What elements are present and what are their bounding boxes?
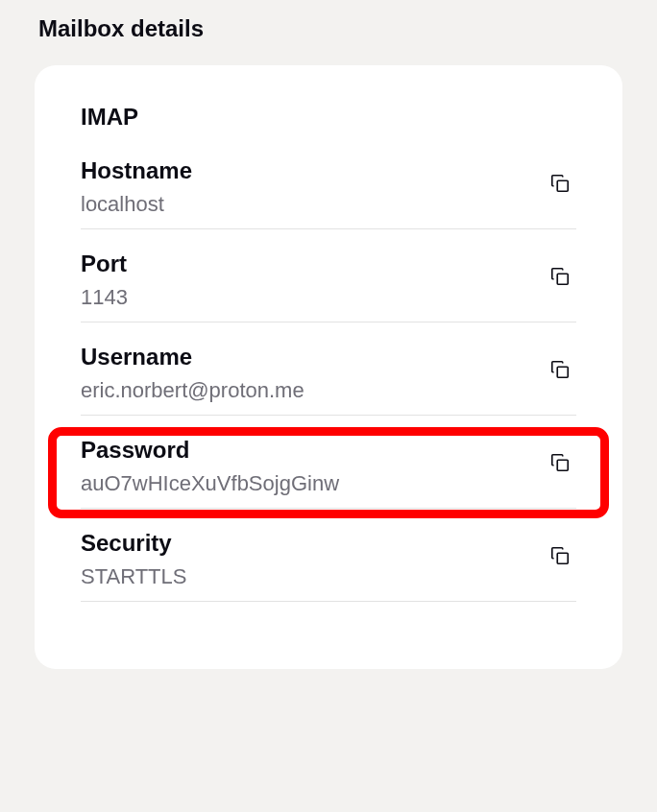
username-value: eric.norbert@proton.me bbox=[81, 378, 544, 403]
copy-hostname-button[interactable] bbox=[544, 167, 576, 203]
port-field: Port 1143 bbox=[81, 251, 576, 322]
security-field: Security STARTTLS bbox=[81, 530, 576, 602]
copy-icon bbox=[549, 173, 571, 197]
username-field: Username eric.norbert@proton.me bbox=[81, 344, 576, 416]
hostname-value: localhost bbox=[81, 192, 544, 217]
hostname-label: Hostname bbox=[81, 157, 544, 184]
password-label: Password bbox=[81, 437, 544, 464]
security-label: Security bbox=[81, 530, 544, 557]
hostname-field: Hostname localhost bbox=[81, 157, 576, 229]
svg-rect-2 bbox=[557, 367, 568, 377]
username-label: Username bbox=[81, 344, 544, 370]
security-value: STARTTLS bbox=[81, 564, 544, 589]
copy-icon bbox=[549, 452, 571, 476]
password-field: Password auO7wHIceXuVfbSojgGinw bbox=[81, 437, 576, 509]
port-label: Port bbox=[81, 251, 544, 277]
password-highlight: Password auO7wHIceXuVfbSojgGinw bbox=[81, 427, 576, 518]
copy-security-button[interactable] bbox=[544, 539, 576, 575]
imap-card: IMAP Hostname localhost Port 1143 bbox=[35, 65, 622, 669]
copy-icon bbox=[549, 266, 571, 290]
password-value: auO7wHIceXuVfbSojgGinw bbox=[81, 471, 544, 496]
copy-username-button[interactable] bbox=[544, 353, 576, 389]
svg-rect-3 bbox=[557, 460, 568, 470]
copy-icon bbox=[549, 359, 571, 383]
svg-rect-1 bbox=[557, 274, 568, 284]
section-title: IMAP bbox=[81, 104, 576, 131]
copy-icon bbox=[549, 545, 571, 569]
svg-rect-4 bbox=[557, 553, 568, 563]
copy-port-button[interactable] bbox=[544, 260, 576, 296]
page-title: Mailbox details bbox=[38, 15, 622, 42]
port-value: 1143 bbox=[81, 285, 544, 310]
svg-rect-0 bbox=[557, 180, 568, 191]
copy-password-button[interactable] bbox=[544, 446, 576, 482]
